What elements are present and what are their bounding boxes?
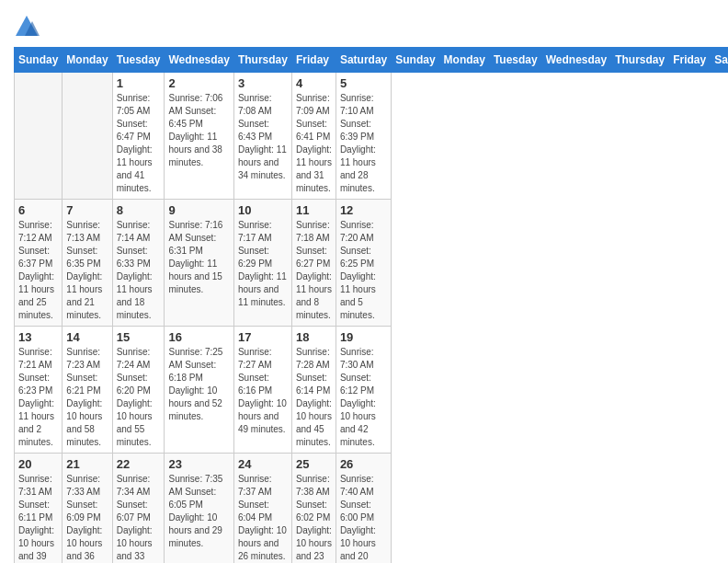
calendar-cell: 24Sunrise: 7:37 AM Sunset: 6:04 PM Dayli… bbox=[233, 454, 291, 564]
calendar-cell: 23Sunrise: 7:35 AM Sunset: 6:05 PM Dayli… bbox=[165, 454, 233, 564]
day-number: 5 bbox=[340, 76, 387, 90]
day-number: 23 bbox=[168, 457, 229, 471]
day-number: 7 bbox=[66, 203, 108, 217]
day-detail: Sunrise: 7:37 AM Sunset: 6:04 PM Dayligh… bbox=[238, 473, 288, 563]
day-detail: Sunrise: 7:35 AM Sunset: 6:05 PM Dayligh… bbox=[168, 473, 229, 550]
calendar-cell: 19Sunrise: 7:30 AM Sunset: 6:12 PM Dayli… bbox=[336, 327, 391, 454]
day-of-week-header: Wednesday bbox=[165, 48, 233, 73]
calendar-cell: 17Sunrise: 7:27 AM Sunset: 6:16 PM Dayli… bbox=[233, 327, 291, 454]
day-number: 22 bbox=[117, 457, 161, 471]
calendar-cell: 20Sunrise: 7:31 AM Sunset: 6:11 PM Dayli… bbox=[15, 454, 63, 564]
calendar-cell: 1Sunrise: 7:05 AM Sunset: 6:47 PM Daylig… bbox=[112, 73, 165, 200]
day-number: 21 bbox=[66, 457, 108, 471]
calendar-cell: 22Sunrise: 7:34 AM Sunset: 6:07 PM Dayli… bbox=[112, 454, 165, 564]
day-number: 15 bbox=[117, 330, 161, 344]
day-number: 8 bbox=[117, 203, 161, 217]
day-detail: Sunrise: 7:27 AM Sunset: 6:16 PM Dayligh… bbox=[238, 346, 288, 436]
day-detail: Sunrise: 7:38 AM Sunset: 6:02 PM Dayligh… bbox=[296, 473, 332, 563]
day-detail: Sunrise: 7:40 AM Sunset: 6:00 PM Dayligh… bbox=[340, 473, 387, 563]
day-of-week-header: Sunday bbox=[392, 48, 439, 73]
day-detail: Sunrise: 7:17 AM Sunset: 6:29 PM Dayligh… bbox=[238, 219, 288, 309]
day-number: 1 bbox=[117, 76, 161, 90]
calendar-cell: 14Sunrise: 7:23 AM Sunset: 6:21 PM Dayli… bbox=[63, 327, 112, 454]
day-number: 18 bbox=[296, 330, 332, 344]
day-number: 19 bbox=[340, 330, 387, 344]
calendar-cell: 18Sunrise: 7:28 AM Sunset: 6:14 PM Dayli… bbox=[291, 327, 336, 454]
day-number: 14 bbox=[66, 330, 108, 344]
day-detail: Sunrise: 7:25 AM Sunset: 6:18 PM Dayligh… bbox=[168, 346, 229, 423]
day-number: 4 bbox=[296, 76, 332, 90]
calendar-cell bbox=[63, 73, 112, 200]
calendar-week-row: 6Sunrise: 7:12 AM Sunset: 6:37 PM Daylig… bbox=[15, 200, 729, 327]
logo bbox=[14, 14, 43, 40]
day-number: 12 bbox=[340, 203, 387, 217]
day-detail: Sunrise: 7:21 AM Sunset: 6:23 PM Dayligh… bbox=[18, 346, 58, 449]
calendar-cell bbox=[15, 73, 63, 200]
calendar-week-row: 20Sunrise: 7:31 AM Sunset: 6:11 PM Dayli… bbox=[15, 454, 729, 564]
day-number: 24 bbox=[238, 457, 288, 471]
calendar-cell: 11Sunrise: 7:18 AM Sunset: 6:27 PM Dayli… bbox=[291, 200, 336, 327]
day-detail: Sunrise: 7:34 AM Sunset: 6:07 PM Dayligh… bbox=[117, 473, 161, 563]
day-of-week-header: Sunday bbox=[15, 48, 63, 73]
day-number: 3 bbox=[238, 76, 288, 90]
calendar-cell: 12Sunrise: 7:20 AM Sunset: 6:25 PM Dayli… bbox=[336, 200, 391, 327]
calendar-cell: 3Sunrise: 7:08 AM Sunset: 6:43 PM Daylig… bbox=[233, 73, 291, 200]
day-detail: Sunrise: 7:13 AM Sunset: 6:35 PM Dayligh… bbox=[66, 219, 108, 322]
day-of-week-header: Friday bbox=[669, 48, 711, 73]
day-detail: Sunrise: 7:06 AM Sunset: 6:45 PM Dayligh… bbox=[168, 92, 229, 169]
day-number: 16 bbox=[168, 330, 229, 344]
day-of-week-header: Monday bbox=[439, 48, 489, 73]
calendar-week-row: 1Sunrise: 7:05 AM Sunset: 6:47 PM Daylig… bbox=[15, 73, 729, 200]
day-number: 10 bbox=[238, 203, 288, 217]
calendar-cell: 10Sunrise: 7:17 AM Sunset: 6:29 PM Dayli… bbox=[233, 200, 291, 327]
day-detail: Sunrise: 7:05 AM Sunset: 6:47 PM Dayligh… bbox=[117, 92, 161, 195]
day-detail: Sunrise: 7:10 AM Sunset: 6:39 PM Dayligh… bbox=[340, 92, 387, 195]
page-header bbox=[14, 9, 714, 40]
day-of-week-header: Thursday bbox=[611, 48, 669, 73]
day-detail: Sunrise: 7:28 AM Sunset: 6:14 PM Dayligh… bbox=[296, 346, 332, 449]
day-detail: Sunrise: 7:08 AM Sunset: 6:43 PM Dayligh… bbox=[238, 92, 288, 182]
day-detail: Sunrise: 7:23 AM Sunset: 6:21 PM Dayligh… bbox=[66, 346, 108, 449]
day-detail: Sunrise: 7:24 AM Sunset: 6:20 PM Dayligh… bbox=[117, 346, 161, 449]
calendar-cell: 16Sunrise: 7:25 AM Sunset: 6:18 PM Dayli… bbox=[165, 327, 233, 454]
calendar-table: SundayMondayTuesdayWednesdayThursdayFrid… bbox=[14, 47, 728, 563]
day-number: 6 bbox=[18, 203, 58, 217]
day-detail: Sunrise: 7:12 AM Sunset: 6:37 PM Dayligh… bbox=[18, 219, 58, 322]
day-of-week-header: Tuesday bbox=[112, 48, 165, 73]
day-of-week-header: Wednesday bbox=[541, 48, 610, 73]
calendar-cell: 25Sunrise: 7:38 AM Sunset: 6:02 PM Dayli… bbox=[291, 454, 336, 564]
day-number: 13 bbox=[18, 330, 58, 344]
calendar-cell: 21Sunrise: 7:33 AM Sunset: 6:09 PM Dayli… bbox=[63, 454, 112, 564]
calendar-cell: 13Sunrise: 7:21 AM Sunset: 6:23 PM Dayli… bbox=[15, 327, 63, 454]
day-number: 17 bbox=[238, 330, 288, 344]
day-number: 20 bbox=[18, 457, 58, 471]
day-detail: Sunrise: 7:16 AM Sunset: 6:31 PM Dayligh… bbox=[168, 219, 229, 296]
calendar-cell: 4Sunrise: 7:09 AM Sunset: 6:41 PM Daylig… bbox=[291, 73, 336, 200]
calendar-header-row: SundayMondayTuesdayWednesdayThursdayFrid… bbox=[15, 48, 729, 73]
calendar-cell: 2Sunrise: 7:06 AM Sunset: 6:45 PM Daylig… bbox=[165, 73, 233, 200]
day-detail: Sunrise: 7:33 AM Sunset: 6:09 PM Dayligh… bbox=[66, 473, 108, 563]
day-detail: Sunrise: 7:30 AM Sunset: 6:12 PM Dayligh… bbox=[340, 346, 387, 449]
day-of-week-header: Saturday bbox=[336, 48, 391, 73]
day-of-week-header: Monday bbox=[63, 48, 112, 73]
day-number: 25 bbox=[296, 457, 332, 471]
day-detail: Sunrise: 7:20 AM Sunset: 6:25 PM Dayligh… bbox=[340, 219, 387, 322]
day-number: 26 bbox=[340, 457, 387, 471]
calendar-cell: 26Sunrise: 7:40 AM Sunset: 6:00 PM Dayli… bbox=[336, 454, 391, 564]
day-of-week-header: Friday bbox=[291, 48, 336, 73]
day-number: 2 bbox=[168, 76, 229, 90]
calendar-cell: 5Sunrise: 7:10 AM Sunset: 6:39 PM Daylig… bbox=[336, 73, 391, 200]
day-of-week-header: Thursday bbox=[233, 48, 291, 73]
day-of-week-header: Tuesday bbox=[489, 48, 541, 73]
calendar-cell: 15Sunrise: 7:24 AM Sunset: 6:20 PM Dayli… bbox=[112, 327, 165, 454]
day-detail: Sunrise: 7:09 AM Sunset: 6:41 PM Dayligh… bbox=[296, 92, 332, 195]
day-number: 11 bbox=[296, 203, 332, 217]
day-detail: Sunrise: 7:31 AM Sunset: 6:11 PM Dayligh… bbox=[18, 473, 58, 563]
logo-icon bbox=[14, 14, 40, 40]
calendar-cell: 7Sunrise: 7:13 AM Sunset: 6:35 PM Daylig… bbox=[63, 200, 112, 327]
day-of-week-header: Saturday bbox=[711, 48, 728, 73]
calendar-week-row: 13Sunrise: 7:21 AM Sunset: 6:23 PM Dayli… bbox=[15, 327, 729, 454]
day-detail: Sunrise: 7:18 AM Sunset: 6:27 PM Dayligh… bbox=[296, 219, 332, 322]
day-detail: Sunrise: 7:14 AM Sunset: 6:33 PM Dayligh… bbox=[117, 219, 161, 322]
calendar-cell: 9Sunrise: 7:16 AM Sunset: 6:31 PM Daylig… bbox=[165, 200, 233, 327]
